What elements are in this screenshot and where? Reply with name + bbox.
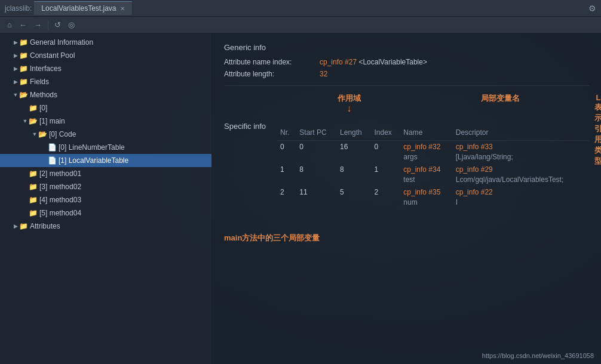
col-descriptor: Descriptor	[453, 126, 589, 141]
cell-desc-link[interactable]: cp_info #29	[453, 164, 589, 175]
cell-nr: 1	[278, 164, 297, 175]
sidebar-item-label: Interfaces	[30, 64, 62, 73]
annotation-ltype: L表示引用类型	[594, 93, 601, 166]
cell-nr: 0	[278, 141, 297, 153]
sidebar-item-label: General Information	[30, 38, 93, 47]
cell-name-link[interactable]: cp_info #34	[401, 164, 453, 175]
specific-info-title: Specific info	[224, 122, 266, 131]
sidebar-item-fields[interactable]: ▶ 📁 Fields	[0, 75, 211, 88]
sidebar-item-attributes[interactable]: ▶ 📁 Attributes	[0, 220, 211, 233]
back-button[interactable]: ←	[17, 19, 29, 30]
settings-icon[interactable]: ⚙	[588, 4, 596, 13]
sidebar-item-label: Constant Pool	[30, 51, 75, 60]
col-startpc: Start PC	[297, 126, 338, 141]
cell-desc-link[interactable]: cp_info #22	[453, 186, 589, 198]
sidebar-item-localvariabletable[interactable]: 📄 [1] LocalVariableTable	[0, 154, 211, 167]
cell-length: 8	[338, 164, 372, 175]
attr-name-label: Attribute name index:	[224, 58, 320, 66]
section-divider	[224, 85, 589, 86]
sidebar-item-general-info[interactable]: ▶ 📁 General Information	[0, 36, 211, 49]
title-bar: jclasslib: LocalVariablesTest.java ✕ ⚙	[0, 0, 601, 17]
sidebar-item-label: [0] LineNumberTable	[59, 143, 125, 152]
col-index: Index	[372, 126, 401, 141]
col-name: Name	[401, 126, 453, 141]
table-row-sub: test Lcom/gql/java/LocalVariablesTest;	[278, 175, 589, 186]
sidebar-item-label: [2] method01	[39, 169, 81, 178]
main-layout: ▶ 📁 General Information ▶ 📁 Constant Poo…	[0, 33, 601, 364]
attr-length-row: Attribute length: 32	[224, 70, 589, 78]
attr-length-label: Attribute length:	[224, 70, 320, 78]
sidebar-item-init[interactable]: 📁 [0]	[0, 101, 211, 115]
attr-name-row: Attribute name index: cp_info #27 <Local…	[224, 58, 589, 66]
cell-desc-link[interactable]: cp_info #33	[453, 141, 589, 153]
cell-name-sub: args	[401, 153, 453, 164]
cell-name-link[interactable]: cp_info #32	[401, 141, 453, 153]
attr-name-text: <LocalVariableTable>	[357, 58, 427, 66]
bottom-note: main方法中的三个局部变量	[224, 233, 589, 243]
annotation-jubianliangming: 局部变量名	[481, 93, 520, 104]
watermark: https://blog.csdn.net/weixin_43691058	[482, 352, 594, 359]
table-row: 1 8 8 1 cp_info #34 cp_info #29	[278, 164, 589, 175]
sidebar-item-method03[interactable]: 📁 [4] method03	[0, 193, 211, 206]
table-row-sub: args [Ljava/lang/String;	[278, 153, 589, 164]
annotation-zuoyongyu: 作用域	[338, 93, 361, 104]
toolbar: ⌂ ← → ↺ ◎	[0, 17, 601, 33]
sidebar-item-code[interactable]: ▼ 📂 [0] Code	[0, 128, 211, 141]
cell-name-sub: num	[401, 198, 453, 209]
local-variable-table: Nr. Start PC Length Index Name Descripto…	[278, 126, 589, 209]
sidebar-item-main[interactable]: ▼ 📂 [1] main	[0, 115, 211, 128]
cell-desc-sub: Lcom/gql/java/LocalVariablesTest;	[453, 175, 589, 186]
app-label: jclasslib:	[5, 4, 32, 13]
cell-name-link[interactable]: cp_info #35	[401, 186, 453, 198]
active-tab[interactable]: LocalVariablesTest.java ✕	[34, 1, 131, 15]
sidebar-item-methods[interactable]: ▼ 📂 Methods	[0, 88, 211, 101]
content-panel: Generic info Attribute name index: cp_in…	[212, 33, 601, 364]
cell-startpc: 8	[297, 164, 338, 175]
col-length: Length	[338, 126, 372, 141]
cell-desc-sub: I	[453, 198, 589, 209]
table-row: 0 0 16 0 cp_info #32 cp_info #33	[278, 141, 589, 153]
annotation-zuoyongyu-arrow: ↓	[338, 104, 361, 113]
sidebar-tree: ▶ 📁 General Information ▶ 📁 Constant Poo…	[0, 33, 212, 364]
table-header-row: Nr. Start PC Length Index Name Descripto…	[278, 126, 589, 141]
sidebar-item-method04[interactable]: 📁 [5] method04	[0, 206, 211, 220]
table-row: 2 11 5 2 cp_info #35 cp_info #22	[278, 186, 589, 198]
sidebar-item-method01[interactable]: 📁 [2] method01	[0, 167, 211, 180]
sidebar-item-label: [4] method03	[39, 196, 81, 204]
close-tab-icon[interactable]: ✕	[120, 5, 125, 12]
sidebar-item-interfaces[interactable]: ▶ 📁 Interfaces	[0, 62, 211, 75]
sidebar-item-linenumbertable[interactable]: 📄 [0] LineNumberTable	[0, 141, 211, 154]
sidebar-item-constant-pool[interactable]: ▶ 📁 Constant Pool	[0, 49, 211, 62]
sidebar-item-label: Methods	[30, 91, 57, 99]
cell-length: 5	[338, 186, 372, 198]
sidebar-item-method02[interactable]: 📁 [3] method02	[0, 180, 211, 193]
cell-name-sub: test	[401, 175, 453, 186]
col-nr: Nr.	[278, 126, 297, 141]
attr-name-link[interactable]: cp_info #27	[320, 58, 357, 66]
globe-button[interactable]: ◎	[66, 19, 77, 30]
generic-info-title: Generic info	[224, 43, 589, 52]
attr-length-value: 32	[320, 70, 327, 78]
table-row-sub: num I	[278, 198, 589, 209]
sidebar-item-label: Fields	[30, 78, 49, 86]
sidebar-item-label: [1] LocalVariableTable	[59, 156, 128, 165]
home-button[interactable]: ⌂	[5, 19, 14, 30]
sidebar-item-label: [1] main	[39, 117, 65, 125]
cell-desc-sub: [Ljava/lang/String;	[453, 153, 589, 164]
cell-length: 16	[338, 141, 372, 153]
sidebar-item-label: [3] method02	[39, 183, 81, 191]
cell-startpc: 0	[297, 141, 338, 153]
cell-startpc: 11	[297, 186, 338, 198]
cell-nr: 2	[278, 186, 297, 198]
sidebar-item-label: [5] method04	[39, 209, 81, 217]
refresh-button[interactable]: ↺	[52, 19, 63, 30]
sidebar-item-label: Attributes	[30, 222, 60, 230]
cell-index: 1	[372, 164, 401, 175]
forward-button[interactable]: →	[32, 19, 44, 30]
tab-label: LocalVariablesTest.java	[41, 4, 116, 13]
sidebar-item-label: [0] Code	[49, 130, 76, 138]
toolbar-separator	[48, 20, 48, 30]
cell-index: 2	[372, 186, 401, 198]
sidebar-item-label: [0]	[39, 104, 47, 112]
cell-index: 0	[372, 141, 401, 153]
